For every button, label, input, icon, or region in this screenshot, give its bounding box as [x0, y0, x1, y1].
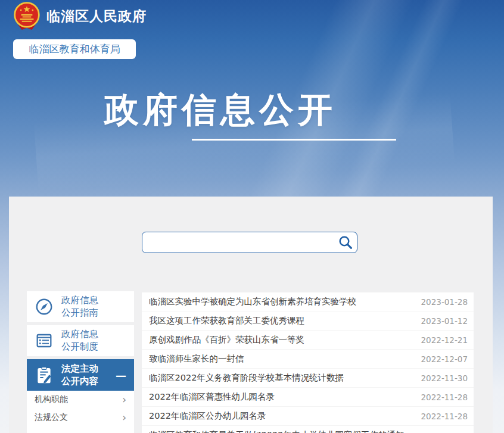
gov-info-disclosure-page: { "colors": { "header_blue": "#2d64a9", …	[0, 0, 504, 433]
clipboard-pen-icon	[27, 366, 61, 385]
sidebar-item-label: 法定主动 公开内容	[61, 363, 98, 388]
news-row: 我区这项工作荣获教育部关工委优秀课程 2023-01-12	[142, 311, 474, 331]
news-date: 2022-11-28	[421, 412, 468, 421]
compass-icon	[27, 297, 61, 316]
sidebar-submenu: 机构职能 › 法规公文 ›	[27, 391, 134, 433]
news-link[interactable]: 原创戏剧作品《百折》荣获山东省一等奖	[149, 334, 304, 345]
search-button[interactable]	[337, 234, 354, 252]
page-title: 政府信息公开	[89, 87, 351, 133]
news-row-partial: 临淄区教育和体育局关于做好2022年中小学幼儿园寒假工作的通知	[142, 426, 474, 433]
news-row: 临淄区实验中学被确定为山东省创新素养培育实验学校 2023-01-28	[142, 292, 474, 311]
news-list: 临淄区实验中学被确定为山东省创新素养培育实验学校 2023-01-28 我区这项…	[142, 292, 474, 433]
news-row: 临淄区2022年义务教育阶段学校基本情况统计数据 2022-11-30	[142, 369, 474, 388]
sidebar-item-label: 政府信息 公开制度	[61, 328, 98, 353]
news-link[interactable]: 2022年临淄区普惠性幼儿园名录	[149, 391, 275, 403]
news-date: 2022-11-28	[421, 392, 468, 402]
news-row: 2022年临淄区普惠性幼儿园名录 2022-11-28	[142, 388, 474, 407]
sidebar-item-label: 政府信息 公开指南	[61, 294, 98, 319]
submenu-item-agency-functions[interactable]: 机构职能 ›	[27, 391, 134, 409]
news-link[interactable]: 2022年临淄区公办幼儿园名录	[149, 410, 266, 422]
chevron-right-icon: ›	[122, 413, 126, 423]
title-underline	[192, 139, 396, 141]
news-date: 2022-12-21	[421, 335, 468, 345]
national-emblem-icon	[12, 1, 42, 31]
chevron-right-icon: ›	[122, 395, 126, 405]
news-date: 2023-01-28	[421, 297, 468, 307]
department-button[interactable]: 临淄区教育和体育局	[13, 39, 136, 59]
news-link[interactable]: 临淄区教育和体育局关于做好2022年中小学幼儿园寒假工作的通知	[149, 429, 404, 433]
news-link[interactable]: 临淄区实验中学被确定为山东省创新素养培育实验学校	[149, 296, 356, 307]
sidebar-item-statutory-disclosure[interactable]: 法定主动 公开内容 —	[27, 359, 134, 391]
collapse-indicator: —	[116, 369, 126, 381]
news-row: 致临淄师生家长的一封信 2022-12-07	[142, 350, 474, 369]
banner-light-streak	[332, 0, 466, 223]
search-bar	[142, 232, 357, 253]
submenu-item-regulations[interactable]: 法规公文 ›	[27, 409, 134, 426]
news-date: 2022-11-30	[421, 373, 468, 383]
news-link[interactable]: 临淄区2022年义务教育阶段学校基本情况统计数据	[149, 372, 344, 384]
sidebar: 政府信息 公开指南 政府信息 公开制度	[27, 291, 134, 433]
site-title: 临淄区人民政府	[46, 7, 147, 26]
news-link[interactable]: 我区这项工作荣获教育部关工委优秀课程	[149, 315, 304, 326]
news-date: 2023-01-12	[421, 316, 468, 326]
search-icon	[338, 235, 353, 250]
sidebar-item-gov-info-guide[interactable]: 政府信息 公开指南	[27, 291, 134, 322]
search-input[interactable]	[147, 232, 332, 253]
news-date: 2022-12-07	[421, 354, 468, 364]
news-row: 原创戏剧作品《百折》荣获山东省一等奖 2022-12-21	[142, 331, 474, 350]
news-row: 2022年临淄区公办幼儿园名录 2022-11-28	[142, 407, 474, 426]
news-link[interactable]: 致临淄师生家长的一封信	[149, 353, 244, 365]
content-panel: 政府信息 公开指南 政府信息 公开制度	[9, 197, 493, 433]
sidebar-item-gov-info-system[interactable]: 政府信息 公开制度	[27, 325, 134, 356]
document-list-icon	[27, 331, 61, 350]
